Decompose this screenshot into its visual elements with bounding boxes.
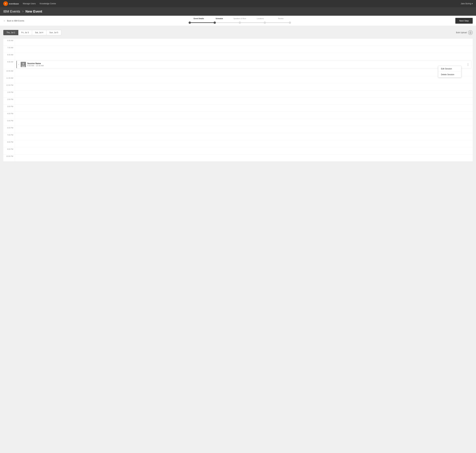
time-content-area[interactable]: ≡ Session Name 9:00 AM – 10:30 AM Edit S… [15,60,473,69]
session-thumbnail [21,62,26,67]
sub-header: IBM Events > New Event [0,7,476,16]
breadcrumb-separator: > [22,10,24,13]
edit-session-item[interactable]: Edit Session [438,66,461,71]
time-label: 6:00 PM [3,126,15,129]
time-content-area[interactable] [15,147,473,154]
time-row: 10:00 PM [3,154,473,161]
logo-text: eventbase [9,2,19,5]
time-content-area[interactable] [15,53,473,60]
nav-left: e eventbase Manage Users Knowledge Centr… [3,1,56,6]
track-2 [241,22,264,23]
track-0 [191,22,214,23]
session-name: Session Name [27,62,465,65]
time-row: 7:00 AM [3,46,473,53]
time-content-area[interactable] [15,76,473,83]
step-label-locations: Locations [250,18,271,20]
time-row: 8:00 PM [3,140,473,147]
time-label: 5:00 PM [3,119,15,122]
logo-icon: e [3,1,8,6]
step-circle-2 [239,21,241,24]
parent-event-title: IBM Events [3,10,20,13]
time-content-area[interactable] [15,98,473,105]
back-label: Back to IBM Events [7,20,24,22]
time-content-area[interactable] [15,105,473,112]
time-label: 12:00 PM [3,83,15,86]
time-content-area[interactable] [15,91,473,97]
time-label: 11:00 AM [3,76,15,79]
manage-users-link[interactable]: Manage Users [23,2,36,5]
time-row: 4:00 PM [3,112,473,119]
time-row: 10:00 AM [3,69,473,76]
track-3 [266,22,289,23]
knowledge-centre-link[interactable]: Knowledge Centre [40,2,56,5]
back-arrow-icon: ← [3,19,6,22]
time-content-area[interactable] [15,83,473,90]
day-tabs-row: Thu, Jul 2 Fri, Jul 3 Sat, Jul 4 Sun, Ju… [3,30,473,35]
stepper-visual: Event Details Schedule Speakers & More L… [29,18,450,24]
time-content-area[interactable] [15,133,473,140]
menu-dot [468,65,468,66]
day-tab-3[interactable]: Sun, Jul 5 [46,30,61,35]
logo[interactable]: e eventbase [3,1,19,6]
time-content-area[interactable] [15,119,473,126]
time-label: 9:00 PM [3,147,15,150]
next-step-button[interactable]: Next Step [455,18,473,24]
time-row: 5:00 PM [3,119,473,126]
session-time: 9:00 AM – 10:30 AM [27,65,465,67]
back-link[interactable]: ← Back to IBM Events [3,19,24,22]
day-tabs: Thu, Jul 2 Fri, Jul 3 Sat, Jul 4 Sun, Ju… [3,30,61,35]
step-label-speakers: Speakers & More [230,18,250,20]
time-content-area[interactable] [15,46,473,53]
time-label: 7:00 AM [3,46,15,49]
top-nav: e eventbase Manage Users Knowledge Centr… [0,0,476,7]
stepper-bar: ← Back to IBM Events Event Details Sched… [0,16,476,26]
day-tab-2[interactable]: Sat, Jul 4 [32,30,46,35]
time-content-area[interactable] [15,126,473,133]
time-row: 3:00 PM [3,105,473,112]
day-tab-0[interactable]: Thu, Jul 2 [3,30,18,35]
session-block[interactable]: ≡ Session Name 9:00 AM – 10:30 AM Edit S… [16,61,471,68]
session-info: Session Name 9:00 AM – 10:30 AM [27,62,465,67]
bulk-upload-label: Bulk Upload [456,31,467,34]
menu-dot [468,64,468,65]
time-row: 6:00 AM [3,39,473,46]
user-menu[interactable]: Jake Buhrig ▾ [461,2,473,5]
time-row: 1:00 PM [3,90,473,97]
time-content-area[interactable] [15,140,473,147]
time-label: 2:00 PM [3,98,15,100]
step-label-event-details: Event Details [189,18,209,20]
main-content: Thu, Jul 2 Fri, Jul 3 Sat, Jul 4 Sun, Ju… [0,26,476,165]
time-content-area[interactable] [15,112,473,119]
time-label: 3:00 PM [3,105,15,107]
session-menu-button[interactable] [466,63,470,66]
time-label: 7:00 PM [3,133,15,136]
current-event-title: New Event [25,10,42,13]
time-row: 9:00 AM ≡ Session Name 9:00 AM – 10:30 A… [3,60,473,69]
time-label: 10:00 AM [3,69,15,72]
time-row: 2:00 PM [3,97,473,105]
time-label: 4:00 PM [3,112,15,114]
day-tab-1[interactable]: Fri, Jul 3 [18,30,32,35]
delete-session-item[interactable]: Delete Session [438,72,461,77]
time-label: 1:00 PM [3,91,15,93]
time-content-area[interactable] [15,69,473,76]
calendar: 6:00 AM7:00 AM8:00 AM9:00 AM ≡ Session N… [3,39,473,161]
step-circle-0 [189,21,191,24]
step-circle-4 [289,21,291,24]
step-circle-1 [214,21,216,24]
track-1 [216,22,239,23]
time-label: 8:00 PM [3,140,15,143]
time-row: 7:00 PM [3,133,473,140]
time-row: 8:00 AM [3,53,473,60]
step-label-review: Review [271,18,291,20]
time-label: 10:00 PM [3,154,15,157]
time-row: 11:00 AM [3,76,473,83]
menu-dot [468,63,468,64]
time-label: 8:00 AM [3,53,15,56]
context-menu: Edit Session Delete Session [438,66,461,78]
time-content-area[interactable] [15,154,473,161]
time-content-area[interactable] [15,39,473,46]
drag-handle-icon: ≡ [18,63,19,66]
bulk-upload-button[interactable]: Bulk Upload [456,30,473,35]
step-circle-3 [264,21,266,24]
